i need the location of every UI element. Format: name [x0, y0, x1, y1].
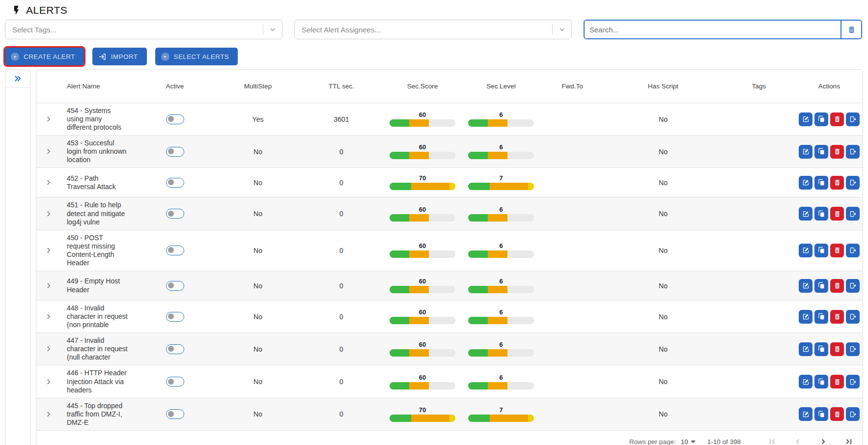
active-toggle[interactable]: [166, 281, 184, 291]
expand-row-button[interactable]: [45, 179, 52, 186]
delete-alert-button[interactable]: [830, 310, 844, 324]
expand-row-button[interactable]: [45, 247, 52, 254]
previous-page-button[interactable]: [791, 435, 805, 445]
trash-icon: [834, 282, 841, 289]
create-alert-button[interactable]: + CREATE ALERT: [5, 48, 84, 65]
edit-alert-button[interactable]: [799, 310, 812, 324]
duplicate-alert-button[interactable]: [814, 342, 828, 356]
next-page-button[interactable]: [816, 435, 830, 445]
edit-alert-button[interactable]: [799, 207, 812, 221]
export-alert-button[interactable]: [846, 279, 860, 293]
export-alert-button[interactable]: [846, 342, 860, 356]
plus-circle-icon: +: [161, 53, 169, 61]
export-alert-button[interactable]: [846, 407, 860, 421]
expand-row-button[interactable]: [45, 345, 52, 353]
chevron-down-icon[interactable]: [553, 26, 571, 33]
expand-row-button[interactable]: [45, 378, 52, 386]
export-alert-button[interactable]: [846, 176, 860, 190]
duplicate-alert-button[interactable]: [814, 310, 828, 324]
duplicate-alert-button[interactable]: [814, 145, 828, 159]
duplicate-alert-button[interactable]: [814, 207, 828, 221]
edit-alert-button[interactable]: [799, 279, 812, 293]
delete-alert-button[interactable]: [830, 407, 844, 421]
trash-icon: [834, 313, 841, 320]
active-toggle[interactable]: [166, 209, 184, 219]
delete-alert-button[interactable]: [830, 207, 844, 221]
chevron-down-icon[interactable]: [263, 26, 282, 33]
alert-name: 452 - Path Traversal Attack: [67, 174, 128, 191]
edit-alert-button[interactable]: [799, 112, 812, 126]
edit-alert-button[interactable]: [799, 244, 812, 257]
duplicate-alert-button[interactable]: [814, 375, 828, 389]
table-row: 453 - Succesful login from unknown locat…: [36, 135, 863, 167]
active-toggle[interactable]: [166, 246, 184, 255]
export-alert-button[interactable]: [846, 244, 860, 257]
delete-alert-button[interactable]: [830, 145, 844, 159]
trash-icon: [834, 411, 841, 418]
chevron-right-icon: [45, 179, 52, 186]
import-button[interactable]: IMPORT: [92, 48, 147, 65]
rows-per-page-select[interactable]: 10: [681, 438, 696, 445]
export-alert-button[interactable]: [846, 112, 860, 126]
expand-row-button[interactable]: [45, 282, 52, 289]
duplicate-alert-button[interactable]: [814, 176, 828, 190]
clear-search-button[interactable]: [840, 21, 861, 38]
alert-name: 448 - Invalid character in request (non …: [67, 304, 128, 329]
edit-alert-button[interactable]: [799, 342, 812, 356]
has-script-value: No: [604, 210, 722, 218]
export-alert-button[interactable]: [846, 145, 860, 159]
table-row: 448 - Invalid character in request (non …: [36, 300, 863, 333]
last-page-button[interactable]: [842, 435, 856, 445]
sec-level-value: 7: [499, 407, 503, 413]
export-alert-button[interactable]: [846, 375, 860, 389]
delete-alert-button[interactable]: [830, 279, 844, 293]
has-script-value: No: [604, 148, 722, 156]
trash-icon: [834, 378, 841, 386]
expand-row-button[interactable]: [45, 115, 52, 123]
import-icon: [98, 53, 107, 61]
column-header-actions: Actions: [796, 83, 863, 90]
export-file-icon: [849, 378, 857, 386]
delete-alert-button[interactable]: [830, 244, 844, 257]
active-toggle[interactable]: [166, 114, 184, 124]
expand-row-button[interactable]: [45, 148, 52, 155]
active-toggle[interactable]: [166, 178, 184, 188]
sec-level-bar: [468, 415, 534, 422]
delete-alert-button[interactable]: [830, 375, 844, 389]
active-toggle[interactable]: [166, 312, 184, 322]
active-toggle[interactable]: [166, 147, 184, 157]
export-alert-button[interactable]: [846, 310, 860, 324]
edit-pencil-icon: [802, 148, 810, 155]
search-input[interactable]: [585, 21, 840, 38]
duplicate-alert-button[interactable]: [814, 112, 828, 126]
duplicate-alert-button[interactable]: [814, 244, 828, 257]
edit-alert-button[interactable]: [799, 145, 812, 159]
edit-alert-button[interactable]: [799, 375, 812, 389]
edit-alert-button[interactable]: [799, 176, 812, 190]
duplicate-alert-button[interactable]: [814, 407, 828, 421]
sec-score-bar: [390, 119, 455, 127]
export-file-icon: [849, 313, 857, 320]
table-header-row: Alert Name Active MultiStep TTL sec. Sec…: [36, 70, 863, 103]
select-alerts-button[interactable]: + SELECT ALERTS: [155, 48, 238, 65]
active-toggle[interactable]: [166, 409, 184, 419]
expand-sidebar-button[interactable]: [5, 70, 30, 88]
delete-alert-button[interactable]: [830, 112, 844, 126]
export-alert-button[interactable]: [846, 207, 860, 221]
rows-per-page-value: 10: [681, 438, 688, 445]
edit-alert-button[interactable]: [799, 407, 812, 421]
active-toggle[interactable]: [166, 344, 184, 354]
first-page-button[interactable]: [765, 435, 779, 445]
copy-icon: [818, 179, 825, 186]
tags-select[interactable]: Select Tags...: [5, 20, 282, 39]
expand-row-button[interactable]: [45, 210, 52, 218]
duplicate-alert-button[interactable]: [814, 279, 828, 293]
expand-row-button[interactable]: [45, 411, 52, 418]
expand-row-button[interactable]: [45, 313, 52, 320]
delete-alert-button[interactable]: [830, 176, 844, 190]
rows-per-page-label: Rows per page:: [629, 438, 676, 445]
assignees-select[interactable]: Select Alert Assignees...: [294, 20, 572, 39]
delete-alert-button[interactable]: [830, 342, 844, 356]
sec-level-bar: [468, 286, 534, 293]
active-toggle[interactable]: [166, 377, 184, 387]
